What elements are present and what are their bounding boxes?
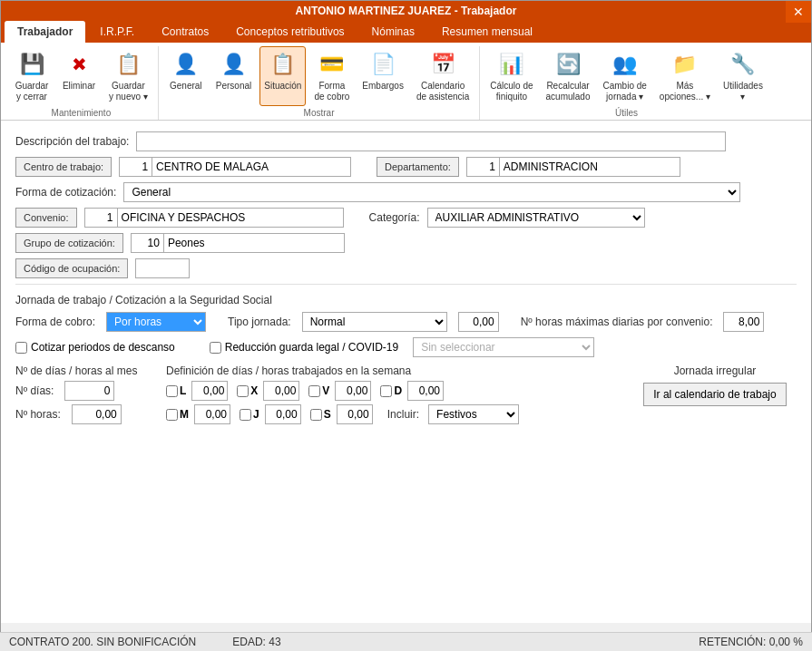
tab-resumen[interactable]: Resumen mensual (429, 21, 545, 43)
tab-nominas[interactable]: Nóminas (359, 21, 427, 43)
centro-trabajo-field (119, 157, 351, 177)
codigo-ocupacion-button[interactable]: Código de ocupación: (15, 258, 128, 278)
centro-trabajo-num[interactable] (119, 157, 152, 177)
centro-trabajo-button[interactable]: Centro de trabajo: (15, 157, 112, 177)
calculo-label: Cálculo definiquito (490, 81, 533, 102)
day-d-input[interactable] (407, 381, 444, 401)
guardar-nuevo-button[interactable]: 📋 Guardary nuevo ▾ (104, 46, 152, 106)
embargos-button[interactable]: 📄 Embargos (357, 46, 408, 106)
horas-maximas-input[interactable] (723, 312, 764, 332)
departamento-value[interactable] (499, 157, 680, 177)
grupo-cotizacion-num[interactable] (131, 233, 163, 253)
embargos-icon: 📄 (368, 50, 397, 79)
calendario-label: Calendariode asistencia (416, 81, 469, 102)
descripcion-input[interactable] (136, 131, 726, 151)
horas-jornada-input[interactable] (458, 312, 499, 332)
tab-trabajador[interactable]: Trabajador (5, 21, 85, 43)
eliminar-button[interactable]: ✖ Eliminar (57, 46, 101, 106)
day-d-label[interactable]: D (380, 384, 402, 397)
day-m-label[interactable]: M (166, 408, 189, 421)
day-v-checkbox[interactable] (308, 385, 320, 397)
guardar-cerrar-button[interactable]: 💾 Guardary cerrar (10, 46, 54, 106)
day-v-label[interactable]: V (308, 384, 329, 397)
situacion-button[interactable]: 📋 Situación (259, 46, 306, 106)
cambio-jornada-button[interactable]: 👥 Cambio dejornada ▾ (598, 46, 651, 106)
tipo-jornada-label: Tipo jornada: (228, 316, 291, 328)
recalcular-button[interactable]: 🔄 Recalcularacumulado (542, 46, 595, 106)
horas-mes-row: Nº horas: (15, 404, 152, 424)
departamento-button[interactable]: Departamento: (377, 157, 459, 177)
grupo-cotizacion-row: Grupo de cotización: (15, 233, 797, 253)
definicion-section: Definición de días / horas trabajados en… (166, 364, 619, 424)
cotizar-descanso-checkbox[interactable] (15, 342, 27, 354)
codigo-ocupacion-input[interactable] (135, 258, 190, 278)
categoria-label: Categoría: (369, 211, 420, 224)
tab-conceptos[interactable]: Conceptos retributivos (223, 21, 357, 43)
ir-calendario-button[interactable]: Ir al calendario de trabajo (643, 383, 786, 406)
forma-cotizacion-select[interactable]: General (123, 182, 740, 202)
guardar-nuevo-label: Guardary nuevo ▾ (109, 81, 148, 102)
day-s-label[interactable]: S (310, 408, 331, 421)
mas-opciones-icon: 📁 (670, 50, 699, 79)
ribbon-group-mantenimiento: 💾 Guardary cerrar ✖ Eliminar 📋 Guardary … (5, 46, 159, 120)
mas-opciones-label: Másopciones... ▾ (660, 81, 710, 102)
cambio-jornada-icon: 👥 (611, 50, 640, 79)
general-button[interactable]: 👤 General (164, 46, 208, 106)
convenio-num[interactable] (84, 208, 117, 228)
close-button[interactable]: ✕ (786, 1, 811, 23)
grupo-cotizacion-value[interactable] (163, 233, 345, 253)
calendario-button[interactable]: 📅 Calendariode asistencia (412, 46, 474, 106)
day-d-checkbox[interactable] (380, 385, 392, 397)
recalcular-label: Recalcularacumulado (546, 81, 591, 102)
departamento-num[interactable] (466, 157, 499, 177)
day-j-label[interactable]: J (240, 408, 259, 421)
day-j-checkbox[interactable] (240, 409, 251, 421)
dias-label: Nº días: (15, 384, 54, 397)
reduccion-checkbox-label[interactable]: Reducción guarda legal / COVID-19 (210, 341, 398, 354)
forma-cobro-select[interactable]: Por horas (106, 312, 206, 332)
convenio-value[interactable] (117, 208, 344, 228)
jornada-irregular-section: Jornada irregular Ir al calendario de tr… (633, 364, 797, 406)
ribbon-buttons-utiles: 📊 Cálculo definiquito 🔄 Recalcularacumul… (485, 46, 768, 106)
calculo-finiquito-button[interactable]: 📊 Cálculo definiquito (485, 46, 537, 106)
day-s-input[interactable] (337, 404, 373, 424)
utilidades-button[interactable]: 🔧 Utilidades▾ (719, 46, 768, 106)
situacion-label: Situación (264, 81, 301, 92)
day-x-input[interactable] (263, 381, 299, 401)
cotizar-descanso-checkbox-label[interactable]: Cotizar periodos de descanso (15, 341, 175, 354)
calculo-icon: 📊 (497, 50, 526, 79)
tab-contratos[interactable]: Contratos (149, 21, 221, 43)
day-l-input[interactable] (191, 381, 228, 401)
dias-input[interactable] (64, 381, 114, 401)
grupo-cotizacion-button[interactable]: Grupo de cotización: (15, 233, 123, 253)
horas-mes-input[interactable] (72, 404, 122, 424)
definicion-title: Definición de días / horas trabajados en… (166, 364, 619, 377)
day-j-input[interactable] (265, 404, 301, 424)
convenio-button[interactable]: Convenio: (15, 208, 77, 228)
day-m-input[interactable] (194, 404, 230, 424)
cotizar-descanso-text: Cotizar periodos de descanso (31, 341, 175, 354)
day-l-label[interactable]: L (166, 384, 186, 397)
reduccion-select[interactable]: Sin seleccionar (413, 337, 594, 357)
day-x-checkbox[interactable] (237, 385, 249, 397)
tipo-jornada-select[interactable]: Normal (302, 312, 447, 332)
edad-status: EDAD: 43 (232, 636, 280, 648)
mas-opciones-button[interactable]: 📁 Másopciones... ▾ (655, 46, 715, 106)
day-x-label[interactable]: X (237, 384, 258, 397)
centro-trabajo-value[interactable] (152, 157, 351, 177)
day-l-checkbox[interactable] (166, 385, 178, 397)
forma-cobro-icon: 💳 (318, 50, 347, 79)
categoria-select[interactable]: AUXILIAR ADMINISTRATIVO (427, 208, 645, 228)
personal-button[interactable]: 👤 Personal (211, 46, 256, 106)
incluir-select[interactable]: Festivos (428, 404, 519, 424)
tab-irpf[interactable]: I.R.P.F. (87, 21, 147, 43)
reduccion-checkbox[interactable] (210, 342, 221, 354)
jornada-forma-cobro-row: Forma de cobro: Por horas Tipo jornada: … (15, 312, 797, 332)
forma-cobro-button[interactable]: 💳 Formade cobro (309, 46, 354, 106)
day-v-input[interactable] (335, 381, 371, 401)
mostrar-group-label: Mostrar (304, 108, 335, 118)
day-m-checkbox[interactable] (166, 409, 178, 421)
dias-row: Nº días: (15, 381, 152, 401)
day-s-checkbox[interactable] (310, 409, 322, 421)
calendario-icon: 📅 (428, 50, 457, 79)
